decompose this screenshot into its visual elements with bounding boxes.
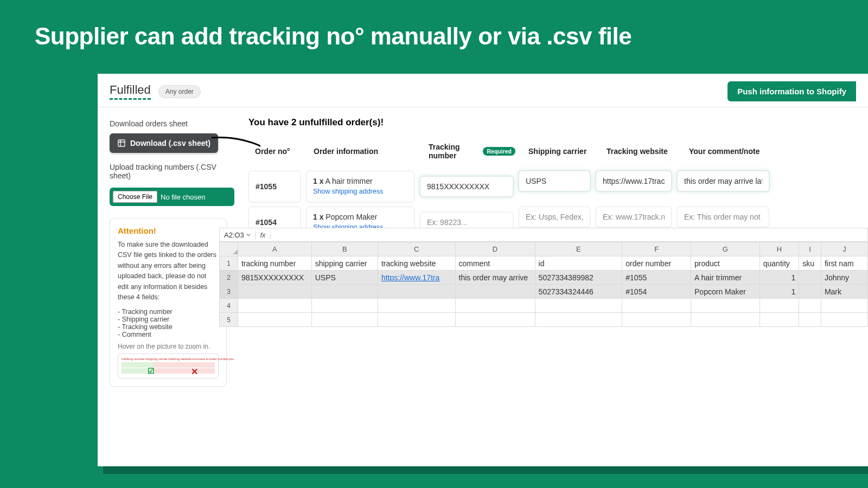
sheet-cell[interactable]: 1 (760, 285, 799, 299)
sheet-cell[interactable] (455, 285, 535, 299)
sheet-cell[interactable]: tracking number (238, 256, 311, 271)
sheet-cell[interactable] (691, 299, 760, 313)
sidebar: Download orders sheet Download (.csv she… (98, 107, 238, 387)
tab-any-order[interactable]: Any order (158, 85, 201, 98)
col-header[interactable]: B (311, 242, 378, 256)
sheet-cell[interactable]: shipping carrier (311, 256, 378, 271)
col-header[interactable]: C (378, 242, 455, 256)
sheet-cell[interactable]: #1055 (622, 271, 691, 285)
note-input[interactable] (677, 207, 769, 227)
sheet-cell[interactable] (378, 285, 455, 299)
sheet-cell[interactable]: Johnny (821, 271, 867, 285)
sheet-cell[interactable]: comment (455, 256, 535, 271)
sheet-cell[interactable] (691, 313, 760, 327)
app-window: Fulfilled Any order Push information to … (98, 74, 868, 466)
topbar: Fulfilled Any order Push information to … (98, 74, 868, 107)
attention-item: Tracking website (118, 323, 219, 331)
sheet-cell[interactable]: #1054 (622, 285, 691, 299)
sheet-cell[interactable]: 1 (760, 271, 799, 285)
sheet-cell[interactable]: https://www.17tra (378, 271, 455, 285)
push-to-shopify-button[interactable]: Push information to Shopify (727, 81, 856, 101)
select-all-corner[interactable] (223, 243, 238, 255)
tracking-input[interactable] (420, 176, 513, 197)
col-note: Your comment/note (686, 140, 778, 162)
sheet-cell[interactable]: id (535, 256, 622, 271)
sheet-cell[interactable] (238, 299, 311, 313)
col-header[interactable]: J (821, 242, 867, 256)
sheet-cell[interactable]: quantity (760, 256, 799, 271)
sheet-cell[interactable] (799, 271, 821, 285)
choose-file-button[interactable]: Choose File (113, 191, 157, 203)
sheet-cell[interactable] (311, 299, 378, 313)
sheet-cell[interactable] (535, 313, 622, 327)
sheet-cell[interactable] (760, 313, 799, 327)
sheet-cell[interactable]: A hair trimmer (691, 271, 760, 285)
file-status: No file chosen (161, 193, 205, 201)
sheet-cell[interactable] (799, 313, 821, 327)
sheet-cell[interactable] (760, 299, 799, 313)
sheet-cell[interactable] (622, 299, 691, 313)
sheet-cell[interactable]: sku (799, 256, 821, 271)
sheet-cell[interactable]: Popcorn Maker (691, 285, 760, 299)
sheet-table[interactable]: ABCDEFGHIJ 1tracking numbershipping carr… (219, 242, 868, 327)
sheet-cell[interactable]: this order may arrive (455, 271, 535, 285)
sheet-cell[interactable]: 9815XXXXXXXXX (238, 271, 311, 285)
sheet-cell[interactable]: Mark (821, 285, 867, 299)
order-row: #1055 1 x A hair trimmer Show shipping a… (248, 171, 813, 202)
file-input[interactable]: Choose File No file chosen (110, 188, 234, 206)
sheet-cell[interactable] (455, 299, 535, 313)
col-header[interactable]: H (760, 242, 799, 256)
col-header[interactable]: D (455, 242, 535, 256)
sheet-cell[interactable] (821, 313, 867, 327)
table-header: Order no° Order information Tracking num… (248, 136, 813, 166)
spreadsheet-icon (117, 139, 126, 147)
carrier-input[interactable] (519, 207, 590, 227)
download-csv-button[interactable]: Download (.csv sheet) (110, 133, 218, 153)
attention-item: Shipping carrier (118, 316, 219, 323)
tab-fulfilled[interactable]: Fulfilled (110, 83, 151, 100)
carrier-input[interactable] (519, 171, 590, 191)
download-csv-label: Download (.csv sheet) (130, 139, 210, 147)
col-header[interactable]: A (238, 242, 311, 256)
sheet-cell[interactable] (622, 313, 691, 327)
spreadsheet: A2:O3 fx ABCDEFGHIJ 1tracking numbership… (219, 228, 868, 327)
col-header[interactable]: E (535, 242, 622, 256)
sheet-cell[interactable]: product (691, 256, 760, 271)
sheet-cell[interactable] (378, 313, 455, 327)
sheet-cell[interactable]: order number (622, 256, 691, 271)
thumbnail-preview[interactable]: tracking number shipping carrier trackin… (118, 354, 219, 378)
sheet-cell[interactable] (821, 299, 867, 313)
attention-card: Attention! To make sure the downloaded C… (110, 218, 227, 387)
fx-label: fx (256, 231, 271, 239)
col-header[interactable]: F (622, 242, 691, 256)
attention-list: Tracking number Shipping carrier Trackin… (118, 308, 219, 338)
website-input[interactable] (596, 171, 672, 191)
sheet-cell[interactable]: first nam (821, 256, 867, 271)
required-badge: Required (483, 147, 515, 156)
formula-bar[interactable]: A2:O3 fx (219, 228, 868, 242)
sheet-cell[interactable]: 5027334324446 (535, 285, 622, 299)
col-header[interactable]: G (691, 242, 760, 256)
sheet-cell[interactable] (238, 313, 311, 327)
col-order-no: Order no° (252, 140, 304, 162)
sheet-cell[interactable] (311, 313, 378, 327)
sheet-cell[interactable] (799, 299, 821, 313)
sheet-cell[interactable] (378, 299, 455, 313)
sheet-cell[interactable]: tracking website (378, 256, 455, 271)
note-input[interactable] (677, 171, 769, 191)
chevron-down-icon (246, 233, 251, 237)
sheet-cell[interactable]: 5027334389982 (535, 271, 622, 285)
sheet-cell[interactable]: USPS (311, 271, 378, 285)
sheet-cell[interactable] (238, 285, 311, 299)
col-header[interactable]: I (799, 242, 821, 256)
upload-label: Upload tracking numbers (.CSV sheet) (110, 163, 227, 180)
sheet-cell[interactable] (455, 313, 535, 327)
name-box[interactable]: A2:O3 (220, 231, 256, 239)
show-shipping-link[interactable]: Show shipping address (313, 188, 407, 195)
sheet-cell[interactable] (311, 285, 378, 299)
sheet-cell[interactable] (799, 285, 821, 299)
attention-text: To make sure the downloaded CSV file get… (118, 240, 219, 303)
svg-rect-0 (118, 140, 125, 146)
website-input[interactable] (596, 207, 672, 227)
sheet-cell[interactable] (535, 299, 622, 313)
